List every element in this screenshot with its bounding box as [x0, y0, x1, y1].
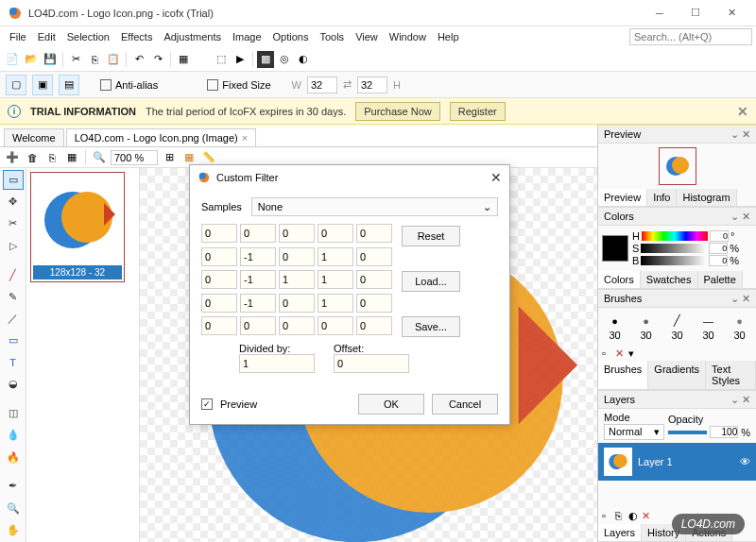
- maximize-button[interactable]: ☐: [679, 3, 713, 24]
- menu-effects[interactable]: Effects: [115, 29, 158, 44]
- matrix-cell[interactable]: [279, 247, 315, 266]
- delete-size-icon[interactable]: 🗑: [24, 149, 41, 166]
- menu-adjustments[interactable]: Adjustments: [158, 29, 227, 44]
- copy-icon[interactable]: ⎘: [86, 51, 103, 68]
- matrix-cell[interactable]: [201, 247, 237, 266]
- menu-window[interactable]: Window: [384, 29, 432, 44]
- brush-2[interactable]: ●30: [639, 313, 654, 341]
- pointer-tool[interactable]: ▷: [3, 236, 24, 256]
- antialias-checkbox[interactable]: Anti-alias: [100, 79, 158, 91]
- reset-button[interactable]: Reset: [402, 226, 460, 246]
- brush-del-icon[interactable]: ✕: [615, 347, 627, 359]
- close-trial-button[interactable]: ✕: [737, 104, 748, 119]
- brush-3[interactable]: ╱30: [670, 313, 685, 341]
- save-button[interactable]: Save...: [402, 316, 460, 337]
- brush-menu-icon[interactable]: ▾: [628, 347, 640, 359]
- matrix-cell[interactable]: [240, 294, 276, 313]
- matrix-cell[interactable]: [201, 294, 237, 313]
- layer-add-icon[interactable]: ▫: [602, 510, 613, 521]
- circle-icon[interactable]: ◎: [276, 51, 293, 68]
- matrix-cell[interactable]: [240, 316, 276, 335]
- menu-options[interactable]: Options: [267, 29, 315, 44]
- grid-toggle-icon[interactable]: ▦: [180, 149, 198, 166]
- load-button[interactable]: Load...: [402, 271, 460, 292]
- matrix-cell[interactable]: [318, 316, 353, 335]
- cut-icon[interactable]: ✂: [67, 51, 84, 68]
- menu-file[interactable]: File: [4, 29, 32, 44]
- visibility-icon[interactable]: 👁: [740, 456, 750, 467]
- mode-btn-3[interactable]: ▤: [59, 75, 79, 95]
- swatches-tab[interactable]: Swatches: [641, 271, 698, 288]
- line-tool[interactable]: ／: [3, 309, 24, 329]
- opacity-input[interactable]: [710, 426, 738, 438]
- contrast-icon[interactable]: ◐: [295, 51, 312, 68]
- blur-tool[interactable]: 💧: [3, 425, 24, 445]
- opacity-slider[interactable]: [668, 431, 707, 434]
- tab-welcome[interactable]: Welcome: [4, 128, 64, 146]
- colors-collapse-icon[interactable]: ⌄ ✕: [730, 211, 750, 223]
- info-tab[interactable]: Info: [647, 189, 677, 206]
- save-icon[interactable]: 💾: [42, 51, 59, 68]
- matrix-cell[interactable]: [279, 294, 315, 313]
- matrix-cell[interactable]: [356, 294, 392, 313]
- matrix-cell[interactable]: [356, 270, 392, 289]
- matrix-cell[interactable]: [318, 294, 353, 313]
- brush-5[interactable]: ●30: [732, 313, 747, 341]
- preview-checkbox[interactable]: ✓: [201, 398, 213, 410]
- hue-input[interactable]: [710, 230, 729, 242]
- rect-tool[interactable]: ▭: [3, 330, 24, 350]
- matrix-cell[interactable]: [201, 270, 237, 289]
- menu-tools[interactable]: Tools: [314, 29, 350, 44]
- menu-selection[interactable]: Selection: [61, 29, 115, 44]
- props-icon[interactable]: ▦: [63, 149, 80, 166]
- matrix-cell[interactable]: [279, 270, 315, 289]
- matrix-cell[interactable]: [240, 224, 276, 243]
- crop-tool[interactable]: ✂: [3, 213, 24, 233]
- tab-close-icon[interactable]: ×: [242, 132, 248, 144]
- offset-input[interactable]: [334, 354, 409, 373]
- grid-icon[interactable]: ▦: [175, 51, 192, 68]
- matrix-cell[interactable]: [201, 224, 237, 243]
- ruler-icon[interactable]: 📏: [200, 149, 217, 166]
- eraser-tool[interactable]: ◫: [3, 403, 24, 423]
- layer-item[interactable]: Layer 1 👁: [598, 443, 756, 481]
- menu-edit[interactable]: Edit: [32, 29, 61, 44]
- blend-mode-select[interactable]: Normal▾: [604, 424, 664, 440]
- layer-del-icon[interactable]: ✕: [642, 510, 653, 521]
- layers-collapse-icon[interactable]: ⌄ ✕: [730, 394, 750, 406]
- gradients-tab[interactable]: Gradients: [648, 361, 706, 389]
- colors-tab[interactable]: Colors: [598, 271, 641, 288]
- sat-slider[interactable]: [641, 244, 707, 253]
- size-thumbnail[interactable]: 128x128 - 32: [30, 172, 125, 282]
- dup-size-icon[interactable]: ⎘: [43, 149, 60, 166]
- undo-icon[interactable]: ↶: [130, 51, 147, 68]
- matrix-cell[interactable]: [356, 316, 392, 335]
- layers-tab[interactable]: Layers: [598, 524, 642, 541]
- histogram-tab[interactable]: Histogram: [677, 189, 736, 206]
- tab-document[interactable]: LO4D.com - Logo Icon.png (Image)×: [66, 128, 256, 146]
- cancel-button[interactable]: Cancel: [432, 394, 498, 415]
- sat-input[interactable]: [709, 243, 728, 254]
- text-tool[interactable]: T: [3, 352, 24, 372]
- dialog-close-button[interactable]: ✕: [490, 170, 502, 185]
- matrix-cell[interactable]: [279, 316, 315, 335]
- layer-mask-icon[interactable]: ◐: [628, 510, 640, 521]
- preview-collapse-icon[interactable]: ⌄ ✕: [730, 128, 750, 141]
- eyedropper-tool[interactable]: ✒: [3, 476, 24, 496]
- fill-tool[interactable]: ◒: [3, 374, 24, 394]
- register-button[interactable]: Register: [450, 102, 506, 121]
- brushes-tab[interactable]: Brushes: [598, 361, 648, 389]
- checker-icon[interactable]: ▩: [257, 51, 274, 68]
- height-input[interactable]: [357, 76, 387, 93]
- brush-4[interactable]: —30: [701, 313, 716, 341]
- matrix-cell[interactable]: [279, 224, 315, 243]
- purchase-button[interactable]: Purchase Now: [355, 102, 440, 121]
- foreground-color[interactable]: [602, 235, 628, 262]
- textstyles-tab[interactable]: Text Styles: [706, 361, 756, 389]
- bri-input[interactable]: [709, 255, 728, 266]
- layer-dup-icon[interactable]: ⎘: [615, 510, 627, 521]
- move-tool[interactable]: ✥: [3, 192, 24, 212]
- hue-slider[interactable]: [642, 231, 708, 241]
- play-icon[interactable]: ▶: [232, 51, 249, 68]
- brush-tool[interactable]: ╱: [3, 264, 24, 284]
